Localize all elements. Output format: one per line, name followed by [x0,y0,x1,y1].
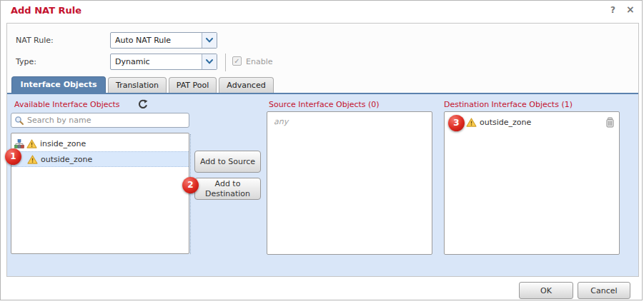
list-item-label: outside_zone [41,155,92,164]
enable-label: Enable [246,57,272,66]
delete-icon[interactable] [605,117,615,128]
nat-rule-select[interactable]: Auto NAT Rule [110,32,217,49]
source-objects-title: Source Interface Objects (0) [269,100,380,109]
list-item-destination-outside-zone[interactable]: outside_zone [445,114,619,130]
callout-badge-2: 2 [182,177,199,193]
search-icon [14,116,24,126]
tab-pat-pool[interactable]: PAT Pool [169,77,217,93]
available-objects-title: Available Interface Objects [14,100,120,109]
chevron-down-icon[interactable] [202,54,217,69]
available-objects-list: inside_zone outside_zone [11,133,189,254]
check-icon: ✓ [234,57,239,65]
divider [225,54,226,71]
type-value: Dynamic [115,57,150,66]
list-item-label: inside_zone [40,139,86,148]
add-to-destination-button[interactable]: Add to Destination [194,178,261,200]
search-input[interactable] [27,114,184,126]
add-to-source-button[interactable]: Add to Source [194,151,261,173]
refresh-icon[interactable] [138,99,148,109]
tab-interface-objects[interactable]: Interface Objects [11,76,106,93]
add-nat-rule-dialog: Add NAT Rule ? × NAT Rule: Auto NAT Rule… [0,0,643,300]
divider [190,134,191,254]
warning-icon [466,118,477,127]
type-label: Type: [16,57,36,66]
tab-translation[interactable]: Translation [108,77,167,93]
list-item-outside-zone[interactable]: outside_zone [11,151,189,167]
tab-advanced[interactable]: Advanced [219,77,274,93]
warning-icon [27,155,38,164]
close-icon[interactable]: × [626,4,635,15]
interface-objects-panel: Available Interface Objects [7,93,638,276]
ok-button[interactable]: OK [519,282,573,299]
enable-checkbox[interactable]: ✓ [232,56,242,66]
list-item-label: outside_zone [480,118,531,127]
security-zone-icon [14,139,24,148]
screen: Add NAT Rule ? × NAT Rule: Auto NAT Rule… [0,0,644,304]
type-select[interactable]: Dynamic [110,54,217,70]
source-objects-list: any [267,111,432,255]
dialog-body: NAT Rule: Auto NAT Rule Type: Dynamic ✓ … [6,23,639,277]
nat-rule-value: Auto NAT Rule [115,36,171,45]
nat-rule-label: NAT Rule: [16,36,54,45]
source-any-value: any [274,117,288,126]
destination-objects-title: Destination Interface Objects (1) [444,100,573,109]
warning-icon [26,139,37,148]
chevron-down-icon[interactable] [202,33,217,48]
search-box [11,113,189,128]
cancel-button[interactable]: Cancel [578,282,630,299]
callout-badge-1: 1 [5,148,21,165]
list-item-inside-zone[interactable]: inside_zone [11,136,189,151]
help-icon[interactable]: ? [610,5,615,15]
destination-objects-list: outside_zone 3 [444,111,620,255]
dialog-title: Add NAT Rule [11,5,81,16]
callout-badge-3: 3 [448,115,465,131]
